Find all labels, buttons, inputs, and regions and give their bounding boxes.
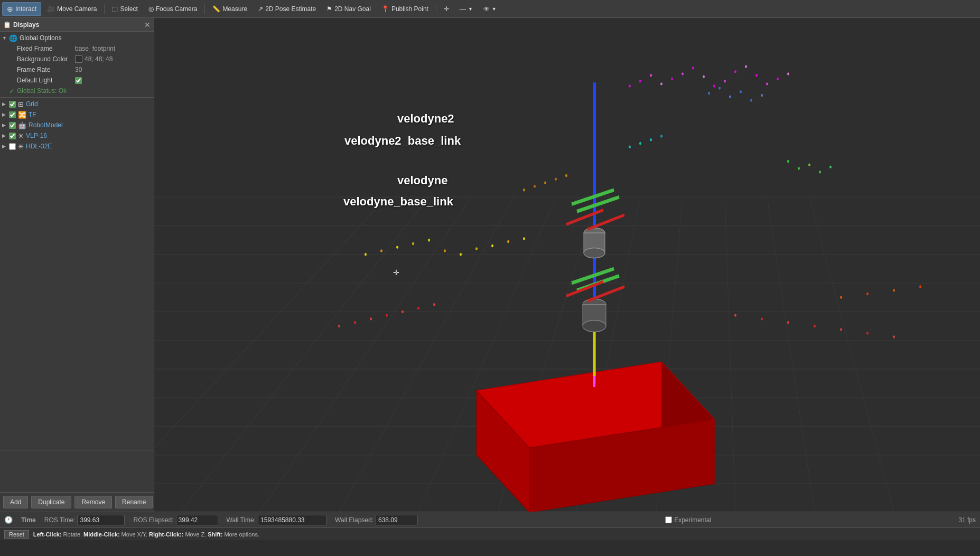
grid-item[interactable]: ⊞ Grid — [0, 99, 154, 109]
wall-time-input[interactable] — [258, 515, 326, 525]
svg-point-81 — [893, 289, 895, 291]
svg-point-87 — [565, 174, 567, 177]
svg-point-71 — [814, 325, 816, 327]
background-color-row: Background Color 48; 48; 48 — [0, 54, 154, 64]
publish-point-icon: 📍 — [381, 5, 389, 13]
measure-button[interactable]: 📏 Measure — [208, 2, 252, 16]
fixed-frame-row: Fixed Frame base_footprint — [0, 43, 154, 54]
svg-point-73 — [866, 332, 869, 334]
svg-point-83 — [523, 189, 525, 191]
displays-tree[interactable]: 🌐 Global Options Fixed Frame base_footpr… — [0, 32, 154, 450]
duplicate-button[interactable]: Duplicate — [31, 496, 71, 508]
global-options-icon: 🌐 — [9, 34, 17, 42]
svg-point-25 — [650, 74, 652, 77]
hdl32e-item[interactable]: ✳ HDL-32E — [0, 141, 154, 152]
toolbar: ⊕ Interact 🎥 Move Camera ⬚ Select ◎ Focu… — [0, 0, 980, 18]
svg-point-48 — [819, 171, 821, 173]
svg-point-34 — [745, 65, 747, 68]
svg-point-100 — [584, 248, 605, 258]
robot-model-item[interactable]: 🤖 RobotModel — [0, 120, 154, 130]
interact-icon: ⊕ — [7, 5, 13, 13]
svg-point-27 — [671, 78, 673, 80]
toolbar-separator-3 — [436, 4, 436, 14]
ros-elapsed-field: ROS Elapsed: — [133, 515, 218, 525]
reset-button[interactable]: Reset — [4, 530, 29, 539]
focus-camera-button[interactable]: ◎ Focus Camera — [144, 2, 202, 16]
publish-point-label: Publish Point — [391, 5, 428, 13]
svg-point-33 — [734, 70, 736, 73]
extra-btn-3[interactable]: 👁 ▼ — [479, 2, 501, 16]
extra-btn-2[interactable]: — ▼ — [455, 2, 478, 16]
robot-model-checkbox[interactable] — [9, 122, 16, 129]
global-options-item[interactable]: 🌐 Global Options — [0, 33, 154, 43]
wall-elapsed-field: Wall Elapsed: — [335, 515, 418, 525]
svg-point-86 — [555, 178, 557, 181]
svg-point-67 — [433, 303, 435, 306]
svg-point-51 — [380, 249, 382, 252]
move-camera-button[interactable]: 🎥 Move Camera — [42, 2, 101, 16]
tree-separator-1 — [0, 97, 154, 98]
background-color-swatch[interactable] — [75, 55, 82, 63]
ros-time-input[interactable] — [77, 515, 125, 525]
default-light-label: Default Light — [17, 77, 75, 84]
svg-point-76 — [639, 142, 641, 145]
svg-point-72 — [840, 328, 842, 331]
default-light-row: Default Light — [0, 75, 154, 86]
svg-point-68 — [734, 314, 736, 316]
extra-btn-1[interactable]: ✛ — [439, 2, 454, 16]
extra-icon-2b: ▼ — [468, 6, 473, 12]
svg-point-63 — [370, 317, 372, 320]
experimental-field: Experimental — [665, 516, 711, 524]
publish-point-button[interactable]: 📍 Publish Point — [377, 2, 433, 16]
toolbar-separator-2 — [204, 4, 205, 14]
pose-estimate-button[interactable]: ↗ 2D Pose Estimate — [253, 2, 321, 16]
viewport[interactable]: velodyne2 velodyne2_base_link velodyne v… — [154, 18, 980, 512]
measure-icon: 📏 — [212, 5, 220, 13]
nav-goal-button[interactable]: ⚑ 2D Nav Goal — [322, 2, 376, 16]
tf-checkbox[interactable] — [9, 111, 16, 118]
svg-point-49 — [829, 166, 832, 168]
svg-point-74 — [893, 335, 895, 338]
svg-point-32 — [724, 80, 726, 82]
svg-point-35 — [755, 74, 758, 77]
add-button[interactable]: Add — [3, 496, 28, 508]
svg-point-30 — [703, 76, 705, 78]
wall-elapsed-label: Wall Elapsed: — [335, 516, 374, 524]
select-button[interactable]: ⬚ Select — [107, 2, 142, 16]
focus-camera-label: Focus Camera — [156, 5, 198, 13]
svg-point-79 — [840, 296, 842, 299]
rename-button[interactable]: Rename — [115, 496, 153, 508]
wall-elapsed-input[interactable] — [376, 515, 418, 525]
experimental-checkbox[interactable] — [665, 516, 672, 523]
eye-icon: 👁 — [483, 5, 490, 13]
global-status-item[interactable]: ✓ Global Status: Ok — [0, 86, 154, 96]
robot-model-icon: 🤖 — [18, 121, 26, 129]
background-color-value: 48; 48; 48 — [85, 55, 113, 63]
hdl32e-checkbox[interactable] — [9, 143, 16, 150]
grid-checkbox[interactable] — [9, 101, 16, 108]
svg-point-31 — [713, 84, 715, 87]
vlp16-label: VLP-16 — [26, 132, 47, 139]
svg-point-70 — [787, 321, 789, 324]
ros-elapsed-input[interactable] — [176, 515, 218, 525]
vlp16-checkbox[interactable] — [9, 133, 16, 139]
hint-bar: Reset Left-Click: Rotate. Middle-Click: … — [0, 527, 980, 540]
displays-close-button[interactable]: ✕ — [144, 21, 151, 29]
fps-display: 31 fps — [958, 516, 976, 524]
remove-button[interactable]: Remove — [74, 496, 112, 508]
svg-point-53 — [412, 242, 414, 245]
grid-arrow — [2, 101, 7, 107]
default-light-checkbox[interactable] — [75, 77, 82, 84]
select-icon: ⬚ — [112, 5, 118, 13]
displays-icon: 📋 — [3, 21, 11, 29]
tf-item[interactable]: 🔀 TF — [0, 109, 154, 120]
measure-label: Measure — [222, 5, 247, 13]
vlp16-item[interactable]: ✳ VLP-16 — [0, 130, 154, 141]
interact-button[interactable]: ⊕ Interact — [2, 2, 41, 16]
svg-point-36 — [766, 82, 768, 85]
svg-point-97 — [583, 321, 606, 332]
svg-point-60 — [523, 237, 525, 240]
toolbar-separator-1 — [104, 4, 105, 14]
svg-point-56 — [460, 253, 462, 256]
frame-rate-value: 30 — [75, 66, 82, 73]
